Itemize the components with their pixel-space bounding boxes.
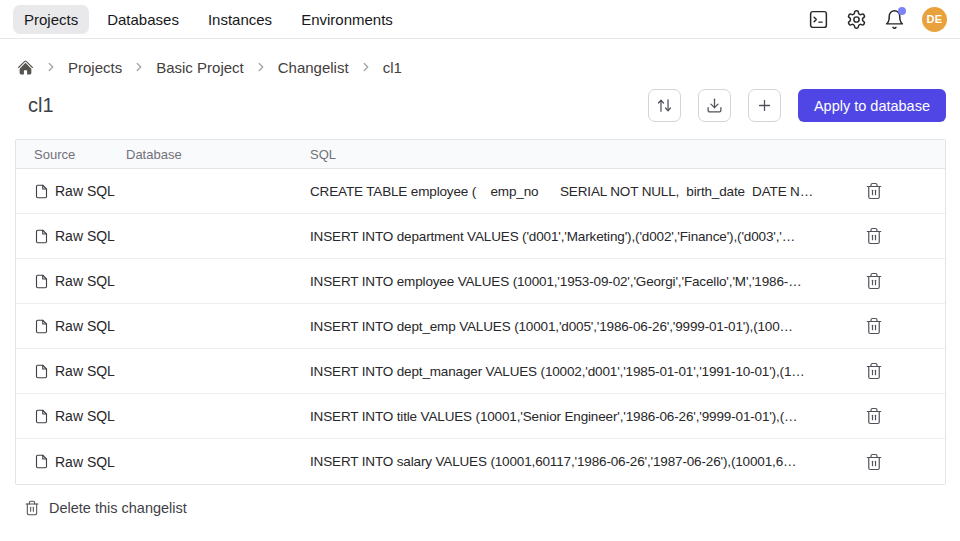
nav-tab-projects[interactable]: Projects (13, 5, 89, 34)
file-icon (34, 454, 49, 469)
chevron-right-icon (132, 60, 146, 74)
breadcrumb-projects[interactable]: Projects (68, 59, 122, 76)
source-cell: Raw SQL (34, 363, 126, 379)
file-icon (34, 319, 49, 334)
table-row[interactable]: Raw SQL INSERT INTO title VALUES (10001,… (16, 394, 945, 439)
file-icon (34, 274, 49, 289)
file-icon (34, 409, 49, 424)
source-cell: Raw SQL (34, 454, 126, 470)
breadcrumb: Projects Basic Project Changelist cl1 (0, 39, 960, 78)
table-header: Source Database SQL (16, 140, 945, 169)
sql-cell: INSERT INTO department VALUES ('d001','M… (310, 229, 845, 244)
settings-gear-icon[interactable] (846, 9, 867, 30)
breadcrumb-cl1[interactable]: cl1 (383, 59, 402, 76)
source-cell: Raw SQL (34, 408, 126, 424)
sql-cell: INSERT INTO title VALUES (10001,'Senior … (310, 409, 845, 424)
column-header-database: Database (126, 147, 310, 162)
source-label: Raw SQL (55, 318, 115, 334)
delete-statement-button[interactable] (865, 316, 885, 336)
file-icon (34, 364, 49, 379)
table-row[interactable]: Raw SQL INSERT INTO dept_manager VALUES … (16, 349, 945, 394)
chevron-right-icon (44, 60, 58, 74)
export-download-button[interactable] (698, 89, 731, 122)
delete-statement-button[interactable] (865, 406, 885, 426)
table-row[interactable]: Raw SQL INSERT INTO employee VALUES (100… (16, 259, 945, 304)
apply-to-database-button[interactable]: Apply to database (798, 89, 946, 122)
delete-statement-button[interactable] (865, 271, 885, 291)
source-label: Raw SQL (55, 183, 115, 199)
delete-changelist-label: Delete this changelist (49, 500, 187, 516)
table-row[interactable]: Raw SQL INSERT INTO dept_emp VALUES (100… (16, 304, 945, 349)
source-label: Raw SQL (55, 408, 115, 424)
source-label: Raw SQL (55, 454, 115, 470)
avatar[interactable]: DE (922, 7, 947, 32)
nav-tab-environments[interactable]: Environments (290, 5, 404, 34)
sql-cell: INSERT INTO employee VALUES (10001,'1953… (310, 274, 845, 289)
reorder-button[interactable] (648, 89, 681, 122)
sql-cell: INSERT INTO dept_emp VALUES (10001,'d005… (310, 319, 845, 334)
trash-icon (24, 500, 40, 516)
nav-tab-instances[interactable]: Instances (197, 5, 283, 34)
file-icon (34, 184, 49, 199)
source-cell: Raw SQL (34, 183, 126, 199)
delete-statement-button[interactable] (865, 181, 885, 201)
action-buttons: Apply to database (648, 89, 946, 122)
sql-editor-terminal-icon[interactable] (808, 9, 829, 30)
page-title: cl1 (28, 94, 54, 117)
nav-tab-databases[interactable]: Databases (96, 5, 190, 34)
title-row: cl1 Apply to database (0, 78, 960, 122)
file-icon (34, 229, 49, 244)
column-header-source: Source (34, 147, 126, 162)
nav-tabs: Projects Databases Instances Environment… (13, 5, 404, 34)
source-label: Raw SQL (55, 363, 115, 379)
source-cell: Raw SQL (34, 273, 126, 289)
home-icon[interactable] (17, 59, 34, 76)
chevron-right-icon (359, 60, 373, 74)
table-row[interactable]: Raw SQL INSERT INTO salary VALUES (10001… (16, 439, 945, 484)
source-cell: Raw SQL (34, 228, 126, 244)
table-row[interactable]: Raw SQL INSERT INTO department VALUES ('… (16, 214, 945, 259)
chevron-right-icon (254, 60, 268, 74)
notifications-bell-icon[interactable] (884, 9, 905, 30)
delete-changelist-button[interactable]: Delete this changelist (24, 500, 960, 516)
notification-dot (898, 7, 906, 15)
source-label: Raw SQL (55, 228, 115, 244)
sql-cell: INSERT INTO dept_manager VALUES (10002,'… (310, 364, 845, 379)
sql-cell: CREATE TABLE employee ( emp_no SERIAL NO… (310, 184, 845, 199)
delete-statement-button[interactable] (865, 452, 885, 472)
source-cell: Raw SQL (34, 318, 126, 334)
breadcrumb-changelist[interactable]: Changelist (278, 59, 349, 76)
table-row[interactable]: Raw SQL CREATE TABLE employee ( emp_no S… (16, 169, 945, 214)
add-change-button[interactable] (748, 89, 781, 122)
breadcrumb-basic-project[interactable]: Basic Project (156, 59, 244, 76)
sql-cell: INSERT INTO salary VALUES (10001,60117,'… (310, 454, 845, 469)
source-label: Raw SQL (55, 273, 115, 289)
nav-icon-group: DE (808, 7, 947, 32)
delete-statement-button[interactable] (865, 226, 885, 246)
changelist-table: Source Database SQL Raw SQL CREATE TABLE… (15, 139, 946, 485)
delete-statement-button[interactable] (865, 361, 885, 381)
column-header-sql: SQL (310, 147, 845, 162)
top-nav: Projects Databases Instances Environment… (0, 0, 960, 39)
